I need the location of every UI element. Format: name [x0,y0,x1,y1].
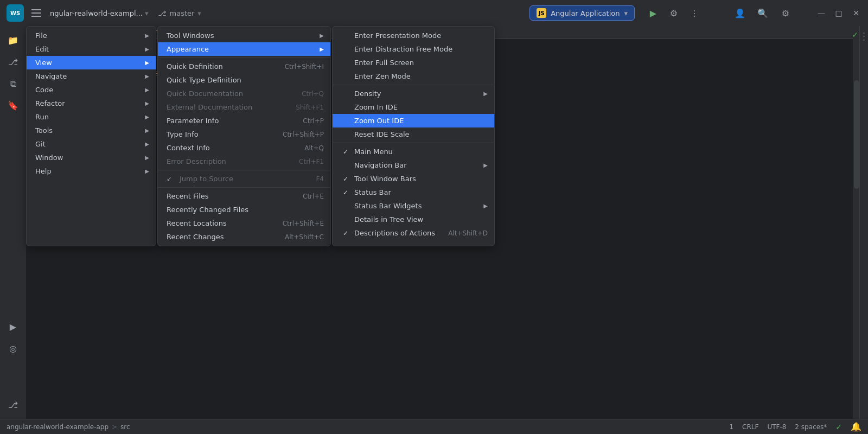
right-panel: ⋮ [859,26,868,419]
sidebar-git-bottom-icon[interactable]: ⎇ [3,395,23,414]
view-quick-documentation[interactable]: Quick Documentation Ctrl+Q [158,87,330,100]
title-bar: WS ngular-realworld-exampl... ▾ ⎇ master… [0,0,868,26]
view-recent-locations[interactable]: Recent Locations Ctrl+Shift+E [158,216,330,230]
encoding[interactable]: UTF-8 [767,423,786,431]
view-tool-windows[interactable]: Tool Windows ▶ [158,29,330,42]
window-controls: — □ ✕ [816,9,861,17]
sidebar-run-icon[interactable]: ▶ [3,317,23,336]
vertical-scrollbar[interactable] [854,80,859,189]
view-appearance[interactable]: Appearance ▶ [158,42,330,56]
appearance-distraction-free[interactable]: Enter Distraction Free Mode [333,42,494,56]
menu-item-window[interactable]: Window ▶ [27,151,156,164]
js-icon: JS [537,8,546,18]
breadcrumb-project[interactable]: angular-realworld-example-app [7,423,108,431]
appearance-full-screen[interactable]: Enter Full Screen [333,56,494,69]
indent[interactable]: 2 spaces* [795,423,827,431]
menu-item-tools[interactable]: Tools ▶ [27,124,156,137]
menu-item-help[interactable]: Help ▶ [27,164,156,178]
line-endings[interactable]: CRLF [742,423,758,431]
view-external-documentation[interactable]: External Documentation Shift+F1 [158,100,330,114]
view-type-info[interactable]: Type Info Ctrl+Shift+P [158,127,330,141]
menu-item-code[interactable]: Code ▶ [27,83,156,97]
view-recently-changed-files[interactable]: Recently Changed Files [158,203,330,216]
tertiary-divider-2 [333,143,494,143]
left-sidebar: 📁 ⎇ ⧉ 🔖 ▶ ◎ ⎇ [0,26,26,419]
breadcrumb-src[interactable]: src [120,423,130,431]
git-branch-icon: ⎇ [158,9,167,17]
menu-item-run[interactable]: Run ▶ [27,110,156,124]
line-column[interactable]: 1 [729,423,733,431]
run-configuration[interactable]: JS Angular Application ▾ [529,5,635,21]
add-account-button[interactable]: 👤 [731,4,749,22]
project-name[interactable]: ngular-realworld-exampl... ▾ [50,9,149,17]
view-jump-to-source[interactable]: ↙ Jump to Source F4 [158,172,330,186]
menu-item-navigate[interactable]: Navigate ▶ [27,69,156,83]
more-actions-button[interactable]: ⋮ [686,4,703,22]
sidebar-bookmarks-icon[interactable]: 🔖 [3,95,23,115]
appearance-descriptions-actions[interactable]: ✓ Descriptions of Actions Alt+Shift+D [333,226,494,240]
secondary-menu: Tool Windows ▶ Appearance ▶ Quick Defini… [157,26,331,246]
sidebar-profiler-icon[interactable]: ◎ [3,339,23,358]
view-parameter-info[interactable]: Parameter Info Ctrl+P [158,114,330,127]
appearance-zoom-out[interactable]: Zoom Out IDE [333,114,494,127]
appearance-density[interactable]: Density ▶ [333,87,494,100]
status-right: 1 CRLF UTF-8 2 spaces* ✓ 🔔 [729,422,861,432]
menu-item-git[interactable]: Git ▶ [27,137,156,151]
view-recent-files[interactable]: Recent Files Ctrl+E [158,189,330,203]
menu-item-file[interactable]: File ▶ [27,29,156,42]
appearance-status-bar-widgets[interactable]: Status Bar Widgets ▶ [333,199,494,213]
breadcrumb: angular-realworld-example-app > src [7,423,130,431]
appearance-navigation-bar[interactable]: Navigation Bar ▶ [333,158,494,172]
tertiary-menu: Enter Presentation Mode Enter Distractio… [332,26,495,246]
view-context-info[interactable]: Context Info Alt+Q [158,141,330,155]
sidebar-extensions-icon[interactable]: ⧉ [3,74,23,93]
sidebar-folder-icon[interactable]: 📁 [3,30,23,50]
appearance-tool-window-bars[interactable]: ✓ Tool Window Bars [333,172,494,186]
search-everywhere-button[interactable]: 🔍 [754,4,771,22]
appearance-presentation-mode[interactable]: Enter Presentation Mode [333,29,494,42]
menu-item-view[interactable]: View ▶ [27,56,156,69]
jump-icon: ↙ [167,175,175,182]
appearance-main-menu[interactable]: ✓ Main Menu [333,145,494,158]
menu-item-refactor[interactable]: Refactor ▶ [27,97,156,110]
appearance-zoom-in[interactable]: Zoom In IDE [333,100,494,114]
minimize-button[interactable]: — [816,9,827,17]
menu-divider-2 [158,170,330,170]
menu-item-edit[interactable]: Edit ▶ [27,42,156,56]
appearance-zen-mode[interactable]: Enter Zen Mode [333,69,494,83]
annotation-bar: ✓ [853,26,859,419]
appearance-status-bar[interactable]: ✓ Status Bar [333,186,494,199]
view-error-description[interactable]: Error Description Ctrl+F1 [158,155,330,168]
run-actions: ▶ ⚙ ⋮ [644,4,703,22]
sidebar-git-icon[interactable]: ⎇ [3,52,23,72]
maximize-button[interactable]: □ [833,9,844,17]
menu-container: File ▶ Edit ▶ View ▶ Navigate ▶ Code ▶ R… [26,26,495,246]
notifications-icon[interactable]: 🔔 [851,422,861,432]
appearance-reset-scale[interactable]: Reset IDE Scale [333,127,494,141]
branch-selector[interactable]: ⎇ master ▾ [158,9,201,17]
debug-button[interactable]: ⚙ [665,4,682,22]
view-quick-type-definition[interactable]: Quick Type Definition [158,73,330,87]
hamburger-menu-button[interactable] [29,5,44,21]
close-button[interactable]: ✕ [851,9,861,17]
breadcrumb-separator: > [112,423,117,431]
view-quick-definition[interactable]: Quick Definition Ctrl+Shift+I [158,60,330,73]
settings-button[interactable]: ⚙ [777,4,794,22]
status-checkmark: ✓ [835,423,842,431]
menu-divider-3 [158,187,330,188]
view-recent-changes[interactable]: Recent Changes Alt+Shift+C [158,230,330,244]
primary-menu: File ▶ Edit ▶ View ▶ Navigate ▶ Code ▶ R… [26,26,156,246]
tertiary-divider-1 [333,85,494,85]
ws-logo: WS [7,4,24,22]
status-bar: angular-realworld-example-app > src 1 CR… [0,419,868,434]
run-button[interactable]: ▶ [644,4,662,22]
appearance-details-tree-view[interactable]: Details in Tree View [333,213,494,226]
menu-divider-1 [158,58,330,58]
